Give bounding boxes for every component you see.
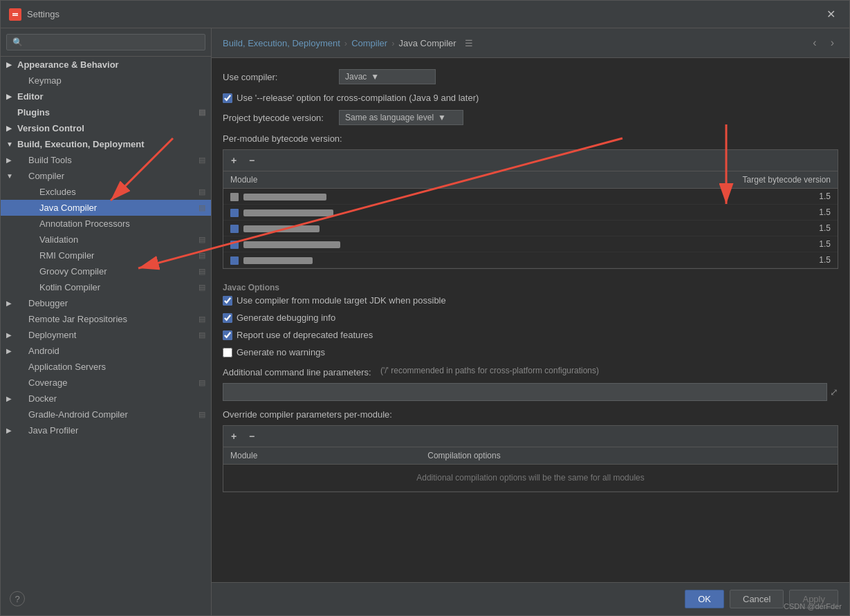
expand-arrow-deployment: ▶ xyxy=(6,331,15,339)
javac-option-0: Use compiler from module target JDK when… xyxy=(223,295,838,306)
sidebar-item-build-tools[interactable]: ▶ Build Tools ▤ xyxy=(1,152,211,168)
sidebar-item-remote-jar[interactable]: Remote Jar Repositories ▤ xyxy=(1,311,211,327)
blurred-module-name xyxy=(243,257,313,264)
javac-checkbox-0[interactable] xyxy=(223,296,232,306)
sidebar-item-coverage[interactable]: Coverage ▤ xyxy=(1,375,211,391)
sidebar-item-deployment[interactable]: ▶ Deployment ▤ xyxy=(1,327,211,343)
sidebar-item-label: Groovy Compiler xyxy=(39,266,107,277)
remove-override-button[interactable]: − xyxy=(244,429,259,444)
sidebar-item-gradle-android[interactable]: Gradle-Android Compiler ▤ xyxy=(1,407,211,422)
right-panel: Build, Execution, Deployment › Compiler … xyxy=(212,28,849,615)
breadcrumb-build[interactable]: Build, Execution, Deployment xyxy=(223,38,340,48)
sidebar-item-label: Debugger xyxy=(28,298,68,308)
additional-params-row: Additional command line parameters: ('/'… xyxy=(223,366,838,377)
breadcrumb-menu-icon[interactable]: ☰ xyxy=(465,38,473,48)
sidebar-item-label: Gradle-Android Compiler xyxy=(28,409,128,420)
sidebar-item-label: Deployment xyxy=(28,330,76,340)
sidebar-item-build-execution[interactable]: ▼ Build, Execution, Deployment xyxy=(1,136,211,152)
cancel-button[interactable]: Cancel xyxy=(730,590,784,608)
version-cell: 1.5 xyxy=(560,205,838,221)
expand-arrow-buildtools: ▶ xyxy=(6,156,15,164)
remove-module-button[interactable]: − xyxy=(244,153,259,168)
sidebar-item-label: Annotation Processors xyxy=(39,218,130,229)
main-content: ▶ Appearance & Behavior Keymap ▶ Editor … xyxy=(1,28,849,615)
settings-icon-remotejar: ▤ xyxy=(198,315,205,324)
javac-checkbox-2[interactable] xyxy=(223,330,232,340)
use-compiler-row: Use compiler: Javac ▼ xyxy=(223,69,838,84)
bytecode-select[interactable]: Same as language level ▼ xyxy=(339,110,463,125)
expand-arrow-docker: ▶ xyxy=(6,395,15,402)
svg-rect-1 xyxy=(12,13,18,15)
sidebar-item-label: Application Servers xyxy=(28,362,106,372)
sidebar-item-label: Remote Jar Repositories xyxy=(28,314,127,324)
search-input[interactable] xyxy=(6,34,205,50)
add-module-button[interactable]: + xyxy=(226,153,241,168)
module-cell xyxy=(223,189,560,205)
sidebar-item-label: Build, Execution, Deployment xyxy=(17,139,144,149)
breadcrumb-compiler[interactable]: Compiler xyxy=(351,38,387,48)
svg-rect-2 xyxy=(12,15,18,16)
sidebar-item-java-profiler[interactable]: ▶ Java Profiler xyxy=(1,422,211,438)
settings-window: Settings ✕ ▶ Appearance & Behavior Keyma… xyxy=(0,0,850,616)
additional-params-note: ('/' recommended in paths for cross-plat… xyxy=(380,366,599,375)
sidebar-item-label: Java Profiler xyxy=(28,425,78,436)
override-table-header-row: Module Compilation options xyxy=(223,447,838,465)
sidebar-item-groovy[interactable]: Groovy Compiler ▤ xyxy=(1,263,211,279)
sidebar-item-editor[interactable]: ▶ Editor xyxy=(1,88,211,104)
help-button[interactable]: ? xyxy=(10,591,25,606)
sidebar-item-compiler[interactable]: ▼ Compiler xyxy=(1,168,211,184)
sidebar-item-java-compiler[interactable]: Java Compiler ▤ xyxy=(1,200,211,216)
sidebar-item-keymap[interactable]: Keymap xyxy=(1,73,211,88)
module-cell xyxy=(223,252,560,268)
module-col-header: Module xyxy=(223,171,560,189)
override-section: Override compiler parameters per-module:… xyxy=(223,409,838,492)
javac-checkbox-3[interactable] xyxy=(223,348,232,357)
close-button[interactable]: ✕ xyxy=(821,5,841,24)
sidebar-item-excludes[interactable]: Excludes ▤ xyxy=(1,184,211,200)
sidebar-item-kotlin[interactable]: Kotlin Compiler ▤ xyxy=(1,279,211,295)
sidebar-item-label: Docker xyxy=(28,393,57,404)
additional-params-input[interactable] xyxy=(223,383,827,401)
release-option-checkbox[interactable] xyxy=(223,93,232,103)
back-button[interactable]: ‹ xyxy=(809,35,820,50)
sidebar-item-label: Editor xyxy=(17,91,44,102)
javac-option-2: Report use of deprecated features xyxy=(223,330,838,340)
additional-params-input-row: ⤢ xyxy=(223,383,838,401)
expand-arrow-debugger: ▶ xyxy=(6,299,15,307)
expand-arrow-android: ▶ xyxy=(6,347,15,355)
bytecode-label: Project bytecode version: xyxy=(223,113,333,123)
sidebar-item-android[interactable]: ▶ Android xyxy=(1,343,211,359)
sidebar-item-debugger[interactable]: ▶ Debugger xyxy=(1,295,211,311)
table-row: 1.5 xyxy=(223,252,838,268)
settings-icon-rmi: ▤ xyxy=(198,251,205,260)
watermark: CSDN @derFder xyxy=(784,602,842,610)
sidebar-item-label: Plugins xyxy=(17,107,50,118)
ok-button[interactable]: OK xyxy=(685,590,724,608)
sidebar-item-validation[interactable]: Validation ▤ xyxy=(1,232,211,248)
compiler-select[interactable]: Javac ▼ xyxy=(339,69,436,84)
forward-button[interactable]: › xyxy=(826,35,838,50)
expand-params-button[interactable]: ⤢ xyxy=(830,386,838,398)
sidebar-item-version-control[interactable]: ▶ Version Control xyxy=(1,120,211,136)
folder-icon xyxy=(230,193,239,201)
sidebar-item-rmi[interactable]: RMI Compiler ▤ xyxy=(1,248,211,263)
settings-icon-buildtools: ▤ xyxy=(198,156,205,165)
expand-arrow-vcs: ▶ xyxy=(6,124,15,132)
javac-option-1: Generate debugging info xyxy=(223,312,838,323)
additional-params-label-col: Additional command line parameters: xyxy=(223,366,375,377)
add-override-button[interactable]: + xyxy=(226,429,241,444)
sidebar-tree: ▶ Appearance & Behavior Keymap ▶ Editor … xyxy=(1,57,211,615)
expand-arrow-javaprofiler: ▶ xyxy=(6,427,15,434)
sidebar-item-app-servers[interactable]: Application Servers xyxy=(1,359,211,375)
javac-checkbox-1[interactable] xyxy=(223,313,232,323)
sidebar-item-appearance[interactable]: ▶ Appearance & Behavior xyxy=(1,57,211,73)
sidebar-item-docker[interactable]: ▶ Docker xyxy=(1,391,211,407)
override-module-col: Module xyxy=(223,447,421,465)
sidebar-item-annotation[interactable]: Annotation Processors xyxy=(1,216,211,232)
override-table-body: Additional compilation options will be t… xyxy=(223,465,838,492)
module-table-body: 1.5 1.5 xyxy=(223,189,838,268)
sidebar-item-label: Appearance & Behavior xyxy=(17,59,119,70)
override-empty-row: Additional compilation options will be t… xyxy=(223,465,838,492)
sidebar-item-plugins[interactable]: Plugins ▤ xyxy=(1,104,211,120)
sidebar-item-label: Android xyxy=(28,346,59,356)
